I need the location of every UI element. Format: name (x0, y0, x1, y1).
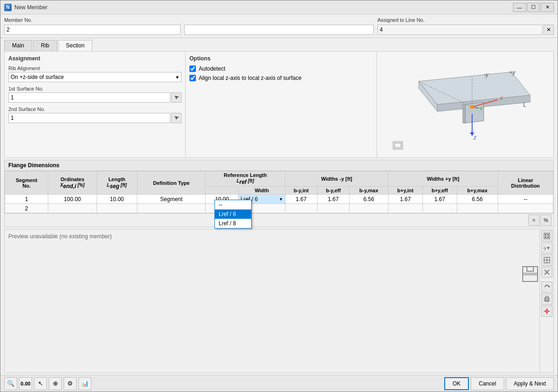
search-tool-btn[interactable]: 🔍 (4, 377, 17, 390)
autodetect-checkbox[interactable] (189, 65, 196, 72)
3d-preview-panel: x -y +y v z L (377, 52, 553, 157)
surface1-input[interactable] (8, 92, 170, 103)
percent-btn[interactable]: % (540, 215, 552, 226)
cell-lindist-1: -- (498, 195, 553, 204)
cell-bymax-2 (350, 204, 389, 213)
surface2-input-row (8, 113, 182, 123)
print-btn[interactable] (541, 294, 552, 305)
app-icon: N (4, 4, 12, 11)
view-btn-2[interactable] (541, 255, 552, 266)
surface1-pick-btn[interactable] (171, 92, 182, 103)
rib-alignment-select-wrapper: On +z-side of surface On -z-side of surf… (8, 72, 182, 82)
chart-tool-btn[interactable]: 📊 (78, 377, 91, 390)
svg-rect-27 (547, 236, 549, 238)
cursor-tool-btn[interactable]: ↖ (34, 377, 47, 390)
tab-rib[interactable]: Rib (33, 40, 57, 51)
assigned-label: Assigned to Line No. (377, 17, 554, 23)
svg-text:-y: -y (484, 72, 489, 78)
dropdown-item-dash[interactable]: -- (215, 200, 251, 209)
member-no-group: Member No. (4, 17, 181, 35)
view-btn-y[interactable]: -y▼ (541, 242, 552, 254)
surface2-pick-btn[interactable] (171, 113, 182, 123)
dropdown-item-lref6[interactable]: Lref / 6 (215, 209, 251, 219)
equals-btn[interactable]: = (528, 215, 539, 226)
surface1-input-row (8, 92, 182, 103)
dialog-buttons: OK Cancel Apply & Next (444, 377, 554, 390)
cell-len-1: 10.00 (97, 195, 137, 204)
tab-section[interactable]: Section (58, 40, 92, 51)
cell-bpyeff-2 (422, 204, 457, 213)
width-dropdown[interactable]: -- Lref / 6 Lref / 8 (214, 200, 252, 229)
cell-def-1: Segment (137, 195, 205, 204)
rib-alignment-row: Rib Alignment On +z-side of surface On -… (8, 65, 182, 82)
th-b-y-eff: b-y,eff (317, 187, 349, 195)
minimize-button[interactable]: — (513, 3, 526, 12)
view-btn-3[interactable] (541, 267, 552, 278)
th-ref-length-val (206, 187, 239, 195)
th-linear-dist: LinearDistribution (498, 171, 553, 195)
svg-rect-23 (544, 233, 550, 239)
bottom-preview: Preview unavailable (no existing member)… (4, 229, 554, 373)
close-button[interactable]: ✕ (541, 3, 554, 12)
assigned-input[interactable] (377, 25, 543, 35)
surface2-label: 2nd Surface No. (8, 106, 182, 112)
cell-lindist-2 (498, 204, 553, 213)
surface1-row: 1st Surface No. (8, 86, 182, 103)
th-widths-pos: Widths +y [ft] (388, 171, 498, 187)
assigned-group: Assigned to Line No. ✕ (377, 17, 554, 35)
cell-seg-1: 1 (5, 195, 48, 204)
dropdown-item-lref8[interactable]: Lref / 8 (215, 219, 251, 228)
options-panel: Options Autodetect Align local z-axis to… (186, 52, 377, 157)
svg-rect-25 (547, 234, 549, 235)
svg-rect-19 (395, 143, 401, 148)
settings-btn-2[interactable] (541, 306, 552, 317)
th-length: LengthLseg [ft] (97, 171, 137, 195)
th-b-pos-y-max: b+y,max (457, 187, 498, 195)
cell-len-2 (97, 204, 137, 213)
svg-point-17 (470, 105, 474, 109)
align-z-checkbox[interactable] (189, 75, 196, 81)
window-title: New Member (14, 4, 513, 11)
autodetect-row: Autodetect (189, 65, 373, 72)
svg-rect-21 (527, 267, 533, 271)
move-tool-btn[interactable]: ⊕ (49, 377, 62, 390)
cell-bpymax-2 (457, 204, 498, 213)
number-tool-btn[interactable]: 0.00 (19, 377, 32, 390)
th-b-pos-y-eff: b+y,eff (422, 187, 457, 195)
settings-tool-btn[interactable]: ⚙ (64, 377, 77, 390)
flange-table: SegmentNo. OrdinatesXend,i [%] LengthLse… (5, 171, 553, 213)
rib-alignment-label: Rib Alignment (8, 65, 182, 71)
svg-point-37 (545, 310, 548, 313)
cell-ord-1: 100.00 (48, 195, 97, 204)
th-widths-neg: Widths -y [ft] (285, 171, 388, 187)
cell-def-2 (137, 204, 205, 213)
svg-text:L: L (523, 102, 526, 108)
window-controls: — ☐ ✕ (513, 3, 554, 12)
th-def-type: Definition Type (137, 171, 205, 195)
th-ref-length: Reference LengthLref [ft] (206, 171, 285, 187)
tab-bar: Main Rib Section (0, 38, 558, 51)
maximize-button[interactable]: ☐ (527, 3, 540, 12)
assigned-pick-button[interactable]: ✕ (544, 25, 554, 35)
surface2-input[interactable] (8, 113, 170, 123)
cancel-button[interactable]: Cancel (471, 377, 504, 390)
table-container: SegmentNo. OrdinatesXend,i [%] LengthLse… (5, 171, 553, 227)
flange-header: Flange Dimensions (5, 160, 553, 171)
cell-ord-2 (48, 204, 97, 213)
cell-bpyeff-1: 1.67 (422, 195, 457, 204)
rotate-btn[interactable] (541, 281, 552, 293)
middle-input[interactable] (184, 25, 374, 35)
view-btn-1[interactable] (541, 230, 552, 242)
rib-alignment-select[interactable]: On +z-side of surface On -z-side of surf… (8, 72, 182, 82)
th-width: Width (239, 187, 285, 195)
ok-button[interactable]: OK (444, 377, 469, 390)
surface2-row: 2nd Surface No. (8, 106, 182, 123)
title-bar: N New Member — ☐ ✕ (0, 0, 558, 14)
apply-next-button[interactable]: Apply & Next (506, 377, 554, 390)
tab-main[interactable]: Main (4, 40, 32, 51)
options-title: Options (189, 55, 373, 62)
svg-text:+y: +y (509, 69, 516, 76)
middle-label (184, 17, 374, 23)
member-no-input[interactable] (4, 25, 181, 35)
cell-byeff-1: 1.67 (317, 195, 349, 204)
